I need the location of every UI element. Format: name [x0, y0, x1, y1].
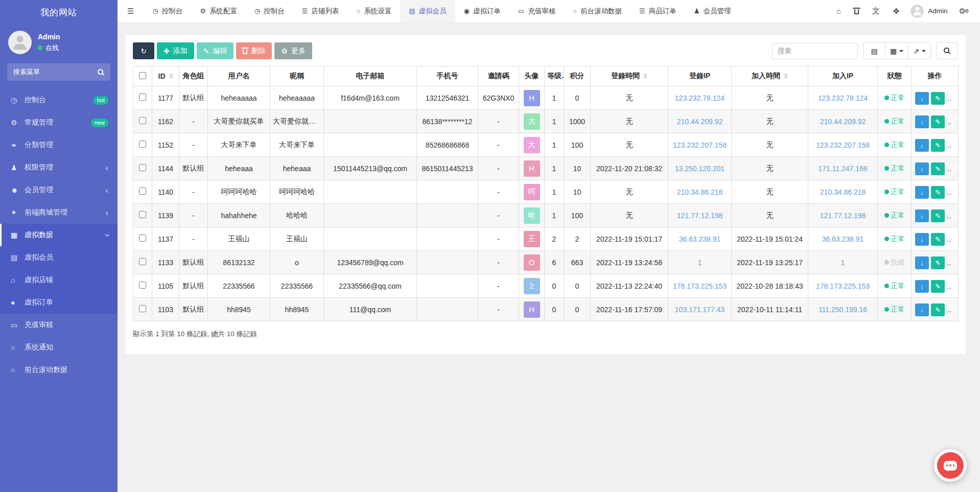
- table-search-input[interactable]: [772, 43, 858, 59]
- sidebar-item-member-manage[interactable]: ☻会员管理‹: [0, 179, 118, 201]
- row-checkbox[interactable]: [139, 258, 146, 265]
- ip-link[interactable]: 1: [698, 259, 702, 267]
- sidebar-menu-search-input[interactable]: 搜索菜單: [7, 63, 110, 81]
- row-checkbox[interactable]: [139, 211, 146, 218]
- ip-link[interactable]: 36.63.238.91: [679, 235, 721, 243]
- ip-link[interactable]: 123.232.207.158: [673, 141, 727, 149]
- ip-link[interactable]: 121.77.12.198: [820, 212, 866, 220]
- sidebar-item-auth-manage[interactable]: ♟权限管理‹: [0, 156, 118, 179]
- sidebar-item-label: 系统通知: [25, 343, 53, 352]
- ip-link[interactable]: 111.250.199.16: [819, 306, 867, 314]
- col-header-login_time[interactable]: 登錄時間: [591, 66, 668, 86]
- sidebar-item-virtual-shop[interactable]: ⌂虚拟店铺: [0, 269, 118, 291]
- edit-row-button[interactable]: ✎: [931, 92, 945, 105]
- tab-recharge-audit[interactable]: ▭充值审核: [509, 0, 564, 22]
- row-checkbox[interactable]: [139, 282, 146, 289]
- ip-link[interactable]: 1: [841, 259, 845, 267]
- export-button[interactable]: ⇗: [908, 42, 931, 59]
- menu-toggle-icon[interactable]: ☰: [118, 0, 144, 22]
- download-row-button[interactable]: ↓: [915, 139, 929, 152]
- add-button[interactable]: ✚添加: [157, 42, 194, 59]
- delete-button[interactable]: 删除: [236, 42, 272, 59]
- download-row-button[interactable]: ↓: [915, 92, 929, 105]
- row-checkbox[interactable]: [139, 93, 146, 101]
- fullscreen-icon[interactable]: ✥: [886, 0, 906, 22]
- select-all-checkbox[interactable]: [139, 72, 146, 79]
- edit-row-button[interactable]: ✎: [931, 162, 945, 175]
- ip-link[interactable]: 123.232.78.124: [818, 94, 868, 102]
- edit-row-button[interactable]: ✎: [931, 233, 945, 246]
- cell-username: 大哥爱你就买单: [208, 110, 270, 133]
- chat-button[interactable]: [934, 449, 967, 482]
- status-dot-icon: [884, 237, 889, 241]
- ip-link[interactable]: 123.232.78.124: [675, 94, 725, 102]
- sidebar-item-console[interactable]: ◷控制台hot: [0, 89, 118, 111]
- edit-button[interactable]: ✎编辑: [197, 42, 234, 59]
- refresh-button[interactable]: ↻: [133, 42, 154, 59]
- download-row-button[interactable]: ↓: [915, 233, 929, 246]
- ip-link[interactable]: 178.173.225.153: [673, 282, 727, 290]
- row-checkbox[interactable]: [139, 164, 146, 171]
- download-row-button[interactable]: ↓: [915, 209, 929, 222]
- sidebar-item-general-manage[interactable]: ⚙常规管理new: [0, 111, 118, 134]
- home-icon[interactable]: ⌂: [830, 0, 848, 22]
- tab-virtual-order[interactable]: ◉虚拟订单: [455, 0, 509, 22]
- tab-console-1[interactable]: ◷控制台: [144, 0, 191, 22]
- ip-link[interactable]: 103.171.177.43: [675, 306, 725, 314]
- row-checkbox[interactable]: [139, 188, 146, 195]
- ip-link[interactable]: 210.34.86.218: [677, 188, 723, 196]
- sidebar-item-front-mall[interactable]: ✦前端商城管理‹: [0, 201, 118, 224]
- row-checkbox[interactable]: [139, 140, 146, 148]
- tab-system-setting[interactable]: ○系统设置: [347, 0, 400, 22]
- ip-link[interactable]: 13.250.120.201: [675, 165, 725, 173]
- more-button[interactable]: ⚙更多: [274, 42, 312, 59]
- navbar-user-menu[interactable]: Admin: [906, 5, 952, 18]
- search-button[interactable]: [936, 42, 958, 59]
- col-header-id[interactable]: ID: [152, 66, 179, 86]
- row-checkbox[interactable]: [139, 117, 146, 124]
- ip-link[interactable]: 36.63.238.91: [822, 235, 864, 243]
- tab-shop-list[interactable]: ☰店铺列表: [293, 0, 348, 22]
- tab-goods-order[interactable]: ☰商品订单: [631, 0, 685, 22]
- edit-row-button[interactable]: ✎: [931, 186, 945, 199]
- edit-row-button[interactable]: ✎: [931, 139, 945, 152]
- edit-row-button[interactable]: ✎: [931, 280, 945, 293]
- tab-virtual-member[interactable]: ▤虚拟会员: [400, 0, 455, 22]
- download-row-button[interactable]: ↓: [915, 162, 929, 175]
- edit-row-button[interactable]: ✎: [931, 209, 945, 222]
- row-checkbox[interactable]: [139, 235, 146, 242]
- sidebar-item-category-manage[interactable]: ❧分類管理: [0, 134, 118, 156]
- tab-front-scroll[interactable]: ○前台滚动数据: [564, 0, 631, 22]
- sidebar-item-system-notice[interactable]: ○系统通知: [0, 336, 118, 359]
- ip-link[interactable]: 210.34.86.218: [820, 188, 866, 196]
- col-header-join_time[interactable]: 加入時間: [732, 66, 808, 86]
- ip-link[interactable]: 178.173.225.153: [816, 282, 870, 290]
- ip-link[interactable]: 171.11.247.168: [818, 165, 867, 173]
- sidebar-item-recharge-audit[interactable]: ▭充值审核: [0, 314, 118, 336]
- ip-link[interactable]: 121.77.12.198: [677, 212, 723, 220]
- sidebar-item-virtual-member[interactable]: ▤虚拟会员: [0, 246, 118, 269]
- download-row-button[interactable]: ↓: [915, 186, 929, 199]
- translate-icon[interactable]: 文: [866, 0, 886, 22]
- download-row-button[interactable]: ↓: [915, 256, 929, 269]
- row-checkbox[interactable]: [139, 305, 146, 312]
- sidebar-item-front-scroll[interactable]: ○前台滚动数据: [0, 359, 118, 381]
- ip-link[interactable]: 123.232.207.158: [816, 141, 870, 149]
- ip-link[interactable]: 210.44.209.92: [820, 118, 866, 126]
- sidebar-item-virtual-order[interactable]: ●虚拟订单: [0, 291, 118, 314]
- detail-view-button[interactable]: ▤: [863, 42, 885, 59]
- ip-link[interactable]: 210.44.209.92: [677, 118, 723, 126]
- download-row-button[interactable]: ↓: [915, 280, 929, 293]
- settings-icon[interactable]: ⚙⚙: [952, 0, 976, 22]
- tab-system-config[interactable]: ⚙系统配置: [191, 0, 246, 22]
- edit-row-button[interactable]: ✎: [931, 115, 945, 128]
- columns-button[interactable]: ▦: [885, 42, 908, 59]
- edit-row-button[interactable]: ✎: [931, 303, 945, 316]
- download-row-button[interactable]: ↓: [915, 303, 929, 316]
- tab-console-2[interactable]: ◷控制台: [246, 0, 293, 22]
- edit-row-button[interactable]: ✎: [931, 256, 945, 269]
- sidebar-item-virtual-data[interactable]: ▦虚拟数据‹: [0, 224, 118, 246]
- tab-member-manage[interactable]: ♟会员管理: [685, 0, 740, 22]
- trash-icon[interactable]: [848, 0, 866, 22]
- download-row-button[interactable]: ↓: [915, 115, 929, 128]
